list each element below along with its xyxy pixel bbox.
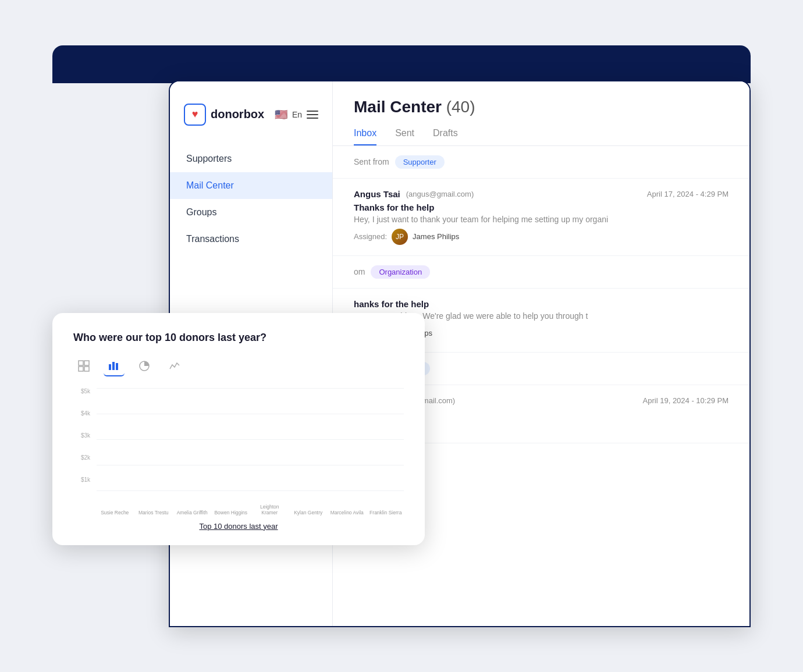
chart-type-table[interactable]: [73, 355, 94, 376]
email-date-3: April 19, 2024 - 10:29 PM: [643, 396, 729, 405]
nav-items: Supporters Mail Center Groups Transactio…: [170, 145, 332, 253]
email-preview-1: Hey, I just want to thank your team for …: [354, 215, 729, 224]
chart-card: Who were our top 10 donors last year?: [52, 313, 425, 545]
bars-container: [97, 388, 404, 499]
sidebar-item-transactions[interactable]: Transactions: [170, 226, 332, 253]
donorbox-logo: ♥ donorbox: [184, 104, 264, 126]
x-label-item-2: Amelia Griffith: [174, 500, 211, 516]
scene: ♥ donorbox 🇺🇸 En Supporters: [52, 45, 751, 627]
email-meta-1: Angus Tsai (angus@gmail.com) April 17, 2…: [354, 189, 729, 199]
chart-type-line[interactable]: [164, 355, 185, 376]
x-label-text-1: Marios Trestu: [138, 510, 169, 515]
x-label-item-1: Marios Trestu: [136, 500, 172, 516]
logo-icon: ♥: [184, 104, 206, 126]
x-label-text-3: Bowen Higgins: [214, 510, 247, 515]
sidebar-item-supporters[interactable]: Supporters: [170, 145, 332, 172]
svg-rect-4: [109, 364, 111, 370]
x-label-text-7: Franklin Sierra: [369, 510, 402, 515]
mail-header: Mail Center (40) Inbox Sent Drafts: [333, 81, 749, 146]
hamburger-line-2: [307, 114, 318, 115]
sender-name-1: Angus Tsai: [354, 189, 400, 199]
svg-rect-5: [112, 362, 115, 370]
x-label-text-0: Susie Reche: [101, 510, 129, 515]
lang-menu[interactable]: 🇺🇸 En: [275, 108, 318, 121]
email-filter-row-1: Sent from Supporter: [333, 146, 749, 179]
x-label-item-4: Leighton Kramer: [251, 500, 288, 516]
tab-drafts[interactable]: Drafts: [433, 128, 458, 145]
x-label-item-6: Marcelino Avila: [329, 500, 365, 516]
x-label-item-0: Susie Reche: [97, 500, 133, 516]
chart-footer: Top 10 donors last year: [73, 521, 404, 531]
y-label-5k: $5k: [81, 388, 90, 394]
bar-chart-area: $5k $4k $3k $2k $1k Susie RecheMarios Tr…: [73, 388, 404, 516]
assigned-name-1: James Philips: [413, 232, 459, 241]
sidebar-header: ♥ donorbox 🇺🇸 En: [170, 93, 332, 140]
x-label-item-7: Franklin Sierra: [368, 500, 404, 516]
assigned-label-1: Assigned:: [354, 232, 387, 241]
tab-inbox[interactable]: Inbox: [354, 128, 376, 145]
hamburger-menu[interactable]: [307, 111, 318, 119]
x-labels: Susie RecheMarios TrestuAmelia GriffithB…: [97, 500, 404, 516]
x-label-text-5: Kylan Gentry: [294, 510, 322, 515]
y-label-3k: $3k: [81, 432, 90, 439]
flag-icon: 🇺🇸: [275, 108, 287, 121]
email-date-1: April 17, 2024 - 4:29 PM: [647, 190, 729, 198]
mail-count: (40): [446, 98, 475, 116]
assigned-row-1: Assigned: JP James Philips: [354, 229, 729, 245]
tab-sent[interactable]: Sent: [395, 128, 414, 145]
mail-tabs: Inbox Sent Drafts: [354, 128, 729, 145]
svg-rect-1: [84, 361, 89, 365]
email-item-1[interactable]: Angus Tsai (angus@gmail.com) April 17, 2…: [333, 179, 749, 256]
x-label-text-4: Leighton Kramer: [251, 504, 288, 515]
y-label-2k: $2k: [81, 454, 90, 461]
chart-title: Who were our top 10 donors last year?: [73, 332, 404, 344]
chart-type-bar[interactable]: [104, 355, 125, 376]
x-label-text-2: Amelia Griffith: [177, 510, 208, 515]
sidebar-item-groups[interactable]: Groups: [170, 199, 332, 226]
mail-center-title: Mail Center (40): [354, 98, 729, 116]
filter-badge-1[interactable]: Supporter: [395, 155, 445, 169]
svg-rect-3: [84, 367, 89, 371]
email-subject-2: hanks for the help: [354, 299, 729, 309]
heart-icon: ♥: [192, 108, 198, 120]
x-label-item-3: Bowen Higgins: [213, 500, 250, 516]
svg-rect-6: [116, 363, 118, 370]
email-filter-row-2: om Organization: [333, 256, 749, 289]
svg-rect-2: [79, 367, 83, 371]
sender-email-1: (angus@gmail.com): [406, 190, 474, 198]
x-label-item-5: Kylan Gentry: [290, 500, 327, 516]
filter-badge-2[interactable]: Organization: [371, 265, 430, 279]
chart-type-pie[interactable]: [134, 355, 155, 376]
email-subject-1: Thanks for the help: [354, 202, 729, 212]
hamburger-line-1: [307, 111, 318, 112]
filter-label-2: om: [354, 267, 365, 276]
svg-rect-0: [79, 361, 83, 365]
sidebar-item-mail-center[interactable]: Mail Center: [170, 172, 332, 199]
chart-type-icons: [73, 355, 404, 376]
y-axis: $5k $4k $3k $2k $1k: [73, 388, 94, 499]
lang-label: En: [292, 110, 302, 119]
dark-top-bar: [52, 45, 751, 83]
filter-label-1: Sent from: [354, 157, 389, 166]
hamburger-line-3: [307, 118, 318, 119]
chart-link[interactable]: Top 10 donors last year: [199, 522, 278, 531]
logo-text: donorbox: [211, 108, 264, 121]
avatar-1: JP: [392, 229, 408, 245]
y-label-1k: $1k: [81, 477, 90, 483]
y-label-4k: $4k: [81, 410, 90, 417]
x-label-text-6: Marcelino Avila: [331, 510, 364, 515]
